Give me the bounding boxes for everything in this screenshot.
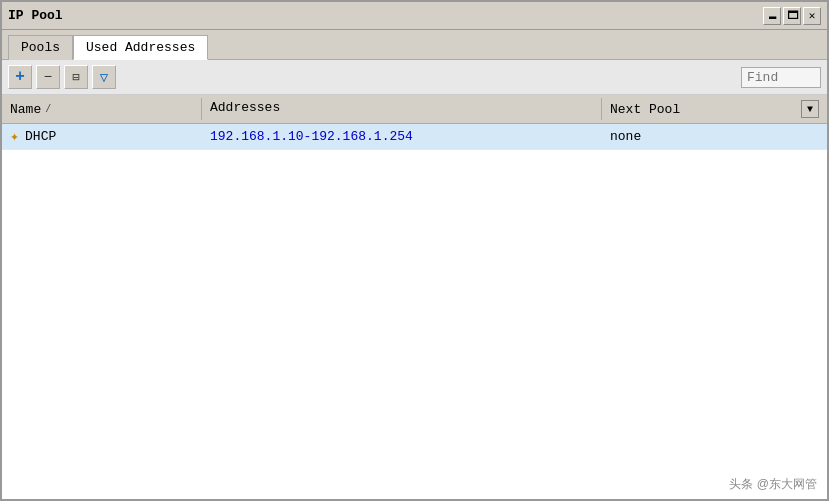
tab-used-addresses[interactable]: Used Addresses xyxy=(73,35,208,60)
column-header-next-pool[interactable]: Next Pool ▼ xyxy=(602,98,827,120)
copy-button[interactable]: ⊟ xyxy=(64,65,88,89)
column-header-name[interactable]: Name / xyxy=(2,98,202,120)
table-container: Name / Addresses Next Pool ▼ ✦ DHCP 192.… xyxy=(2,95,827,499)
filter-button[interactable]: ▽ xyxy=(92,65,116,89)
table-header: Name / Addresses Next Pool ▼ xyxy=(2,95,827,124)
row-name-value: DHCP xyxy=(25,129,56,144)
remove-button[interactable]: − xyxy=(36,65,60,89)
row-icon: ✦ xyxy=(10,127,19,146)
maximize-button[interactable]: 🗖 xyxy=(783,7,801,25)
column-header-addresses[interactable]: Addresses xyxy=(202,98,602,120)
main-window: IP Pool 🗕 🗖 ✕ Pools Used Addresses + − ⊟… xyxy=(0,0,829,501)
close-button[interactable]: ✕ xyxy=(803,7,821,25)
watermark: 头条 @东大网管 xyxy=(729,476,817,493)
tab-bar: Pools Used Addresses xyxy=(2,30,827,60)
window-title: IP Pool xyxy=(8,8,63,23)
minimize-button[interactable]: 🗕 xyxy=(763,7,781,25)
tab-pools[interactable]: Pools xyxy=(8,35,73,60)
copy-icon: ⊟ xyxy=(72,70,79,85)
filter-icon: ▽ xyxy=(100,69,108,86)
column-dropdown-arrow[interactable]: ▼ xyxy=(801,100,819,118)
table-body: ✦ DHCP 192.168.1.10-192.168.1.254 none xyxy=(2,124,827,150)
add-button[interactable]: + xyxy=(8,65,32,89)
sort-indicator: / xyxy=(45,104,51,115)
title-bar: IP Pool 🗕 🗖 ✕ xyxy=(2,2,827,30)
table-row[interactable]: ✦ DHCP 192.168.1.10-192.168.1.254 none xyxy=(2,124,827,150)
find-input[interactable] xyxy=(741,67,821,88)
window-controls: 🗕 🗖 ✕ xyxy=(763,7,821,25)
cell-name: ✦ DHCP xyxy=(2,124,202,149)
cell-addresses: 192.168.1.10-192.168.1.254 xyxy=(202,126,602,147)
minus-icon: − xyxy=(44,69,52,85)
cell-next-pool: none xyxy=(602,126,827,147)
add-icon: + xyxy=(15,68,25,86)
toolbar: + − ⊟ ▽ xyxy=(2,60,827,95)
